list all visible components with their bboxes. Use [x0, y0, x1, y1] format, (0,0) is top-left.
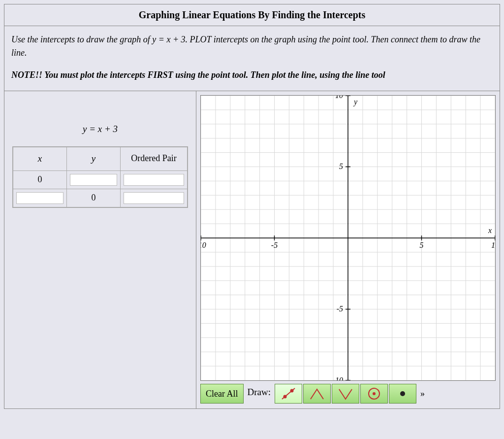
svg-text:5: 5	[420, 241, 424, 249]
problem-title: Graphing Linear Equations By Finding the…	[4, 4, 500, 26]
svg-point-66	[373, 392, 376, 395]
input-pair-row2[interactable]	[124, 192, 184, 204]
clear-all-button[interactable]: Clear All	[200, 384, 244, 404]
circle-tool[interactable]	[360, 384, 388, 404]
input-x-row2[interactable]	[16, 192, 63, 204]
svg-text:-10: -10	[333, 376, 343, 380]
svg-text:10: 10	[491, 241, 495, 249]
graph-toolbar: Clear All Draw:	[200, 384, 496, 404]
line-icon	[280, 386, 297, 401]
svg-point-63	[283, 395, 286, 399]
table-panel: y = x + 3 x y Ordered Pair 0 0	[4, 91, 196, 408]
cell-x: 0	[13, 170, 67, 189]
svg-text:-10: -10	[201, 241, 206, 249]
graph-panel: -10-5510-10-5510xy Clear All Draw:	[196, 91, 500, 408]
col-header-y: y	[67, 147, 121, 170]
vee-icon	[337, 386, 354, 401]
instruction-text: Use the intercepts to draw the graph of …	[11, 33, 493, 60]
circle-icon	[366, 386, 382, 401]
svg-text:-5: -5	[271, 241, 278, 249]
svg-point-67	[400, 391, 405, 396]
equation-label: y = x + 3	[12, 99, 188, 146]
polyline-icon	[309, 386, 325, 401]
table-row: 0	[13, 170, 188, 189]
intercepts-table: x y Ordered Pair 0 0	[12, 146, 188, 208]
col-header-x: x	[13, 147, 67, 170]
open-polyline-tool[interactable]	[303, 384, 331, 404]
svg-point-64	[290, 389, 293, 393]
input-y-row1[interactable]	[70, 174, 117, 186]
cell-y: 0	[67, 189, 121, 207]
svg-text:10: 10	[335, 96, 343, 100]
table-row: 0	[13, 189, 188, 207]
svg-text:5: 5	[339, 162, 343, 170]
svg-text:x: x	[488, 226, 492, 235]
graph-canvas[interactable]: -10-5510-10-5510xy	[200, 95, 496, 381]
tool-overflow[interactable]: »	[417, 384, 428, 404]
input-pair-row1[interactable]	[124, 174, 184, 186]
instruction-note: NOTE!! You must plot the intercepts FIRS…	[11, 68, 493, 82]
problem-container: Graphing Linear Equations By Finding the…	[4, 4, 500, 409]
svg-text:y: y	[353, 98, 358, 106]
point-icon	[394, 386, 411, 401]
col-header-pair: Ordered Pair	[121, 147, 188, 170]
point-tool[interactable]	[389, 384, 416, 404]
instructions: Use the intercepts to draw the graph of …	[4, 26, 500, 91]
abs-value-tool[interactable]	[332, 384, 359, 404]
draw-label: Draw:	[245, 384, 274, 404]
svg-text:-5: -5	[337, 304, 343, 313]
line-tool[interactable]	[275, 384, 302, 404]
